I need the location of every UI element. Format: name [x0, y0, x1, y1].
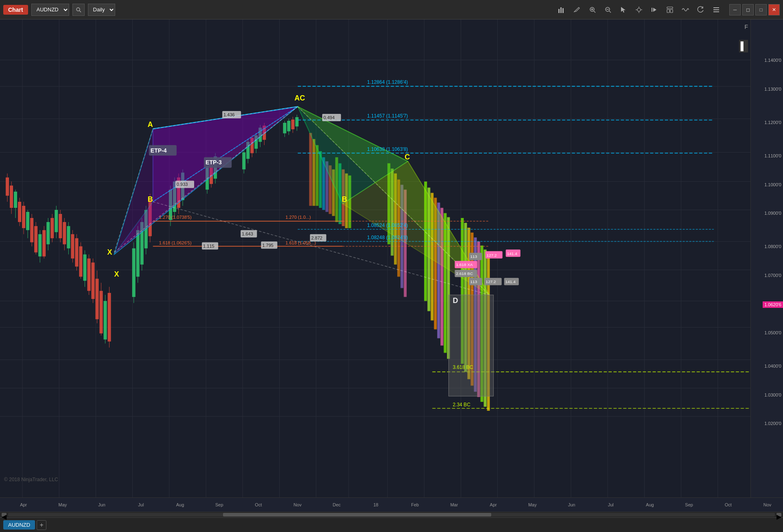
svg-text:127.2: 127.2 [486, 279, 496, 284]
price-label-2: 1.1300'0 [764, 87, 781, 92]
close-button[interactable]: ✕ [768, 4, 780, 15]
svg-rect-62 [10, 185, 13, 208]
svg-rect-217 [448, 295, 493, 396]
svg-rect-158 [319, 151, 322, 208]
time-label-dec: Dec [333, 502, 341, 507]
svg-text:1.12864 (1.1286'4): 1.12864 (1.1286'4) [367, 79, 408, 85]
svg-text:141.4: 141.4 [507, 251, 517, 256]
svg-rect-22 [713, 7, 719, 8]
svg-text:© 2018 NinjaTrader, LLC: © 2018 NinjaTrader, LLC [4, 477, 58, 482]
svg-rect-2 [558, 9, 560, 13]
search-button[interactable] [72, 4, 85, 16]
svg-rect-98 [83, 255, 86, 281]
svg-point-0 [77, 8, 80, 11]
time-label-may2: May [528, 502, 537, 507]
time-label-sep2: Sep [685, 502, 693, 507]
svg-line-10 [609, 11, 611, 13]
svg-text:C: C [405, 153, 410, 161]
svg-rect-86 [59, 214, 62, 238]
svg-text:0.933: 0.933 [177, 182, 188, 187]
maximize-button[interactable]: □ [755, 4, 767, 15]
zoom-out-icon[interactable] [601, 3, 615, 16]
restore-button[interactable]: ◻ [742, 4, 754, 15]
select-icon[interactable] [617, 3, 630, 16]
time-label-aug2: Aug [646, 502, 654, 507]
f-button[interactable]: F [744, 24, 748, 30]
chart-title-button[interactable]: Chart [3, 5, 28, 15]
svg-rect-66 [18, 202, 21, 222]
svg-point-12 [637, 8, 641, 11]
wave-icon[interactable] [679, 3, 692, 16]
skip-to-end-button[interactable]: ▌ [739, 40, 748, 52]
svg-rect-24 [713, 11, 719, 12]
minimize-button[interactable]: ─ [729, 4, 741, 15]
toolbar-icons [555, 3, 723, 16]
price-label-13: 1.0200'0 [764, 421, 781, 426]
svg-rect-155 [309, 133, 312, 206]
time-label-nov2: Nov [763, 502, 772, 507]
price-label-7: 1.0800'0 [764, 244, 781, 249]
svg-rect-68 [22, 206, 25, 228]
price-label-10: 1.0500'0 [764, 330, 781, 335]
svg-rect-80 [46, 222, 50, 244]
crosshair-icon[interactable] [632, 3, 645, 16]
time-label-feb: Feb [411, 502, 419, 507]
current-price-badge: 1.0620'6 [763, 301, 783, 308]
svg-rect-60 [6, 177, 9, 196]
svg-rect-104 [96, 279, 99, 319]
draw-icon[interactable] [571, 3, 584, 16]
svg-rect-82 [50, 218, 54, 238]
svg-text:C: C [300, 94, 305, 102]
template-icon[interactable] [663, 3, 676, 16]
refresh-icon[interactable] [694, 3, 707, 16]
svg-rect-110 [108, 293, 111, 341]
svg-line-1 [79, 11, 81, 12]
scroll-thumb[interactable] [223, 513, 491, 517]
symbol-select[interactable]: AUDNZD [31, 4, 69, 16]
svg-text:127.2: 127.2 [487, 253, 497, 257]
svg-rect-112 [132, 249, 136, 297]
svg-rect-84 [55, 210, 58, 232]
svg-rect-148 [283, 123, 287, 133]
time-label-may: May [59, 502, 67, 507]
svg-rect-106 [100, 291, 103, 334]
price-label-5: 1.1000'0 [764, 182, 781, 187]
scroll-right-button[interactable]: ▶ [776, 513, 781, 517]
timeframe-select[interactable]: Daily [88, 4, 115, 16]
svg-text:X: X [107, 248, 112, 256]
svg-text:141.4: 141.4 [505, 279, 516, 284]
svg-rect-19 [667, 7, 673, 9]
svg-rect-64 [14, 192, 17, 208]
svg-rect-17 [652, 8, 652, 12]
svg-text:1.643: 1.643 [242, 231, 253, 236]
time-label-aug: Aug [176, 502, 184, 507]
svg-text:1.795: 1.795 [262, 243, 273, 248]
svg-rect-25 [0, 20, 750, 497]
time-label-nov: Nov [293, 502, 302, 507]
time-label-sep: Sep [215, 502, 223, 507]
svg-rect-21 [670, 9, 673, 13]
menu-icon[interactable] [710, 3, 723, 16]
bar-replay-icon[interactable] [648, 3, 661, 16]
svg-text:B: B [148, 195, 153, 203]
svg-rect-92 [71, 234, 74, 259]
tab-audnzd[interactable]: AUDNZD [3, 520, 35, 530]
svg-marker-18 [653, 8, 656, 12]
time-label-mar: Mar [450, 502, 458, 507]
svg-rect-114 [136, 230, 140, 277]
chart-canvas[interactable]: A C A B B X X C D 1.436 [0, 20, 750, 497]
scroll-left-button[interactable]: ◀ [2, 513, 7, 517]
bar-chart-icon[interactable] [555, 3, 568, 16]
svg-rect-3 [560, 7, 562, 13]
svg-rect-88 [63, 222, 66, 244]
svg-rect-136 [242, 153, 245, 170]
svg-rect-20 [667, 9, 669, 13]
svg-text:A: A [148, 120, 153, 129]
svg-rect-157 [316, 145, 319, 206]
scrollbar[interactable]: ◀ ▶ [0, 512, 783, 517]
svg-rect-74 [34, 226, 37, 253]
svg-text:1.618 (1.0626'5): 1.618 (1.0626'5) [159, 240, 192, 245]
zoom-in-icon[interactable] [586, 3, 599, 16]
price-label-4: 1.1100'0 [764, 153, 781, 158]
add-tab-button[interactable]: + [37, 520, 46, 530]
